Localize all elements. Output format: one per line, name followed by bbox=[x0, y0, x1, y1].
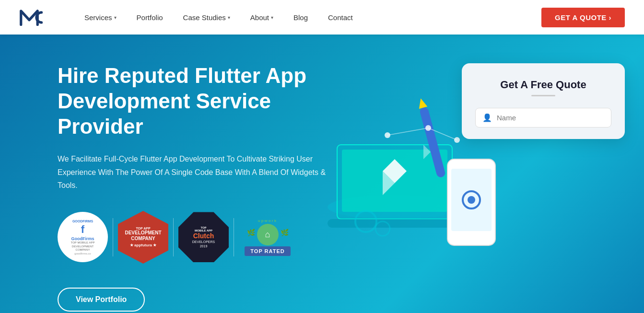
quote-card: Get A Free Quote 👤 bbox=[462, 63, 625, 139]
nav-item-case-studies[interactable]: Case Studies ▾ bbox=[176, 10, 238, 25]
name-input[interactable] bbox=[497, 114, 604, 122]
navbar: Services ▾ Portfolio Case Studies ▾ Abou… bbox=[0, 0, 644, 35]
nav-item-portfolio[interactable]: Portfolio bbox=[129, 10, 171, 25]
badge-upwork: 🌿 upwork ⌂ 🌿 TOP RATED bbox=[239, 211, 296, 264]
chevron-down-icon: ▾ bbox=[228, 15, 230, 20]
badges-row: GOODFIRMS f GoodFirms TOP MOBILE APPDEVE… bbox=[58, 211, 384, 264]
nav-item-about[interactable]: About ▾ bbox=[243, 10, 281, 25]
badge-divider bbox=[113, 218, 113, 256]
get-quote-button[interactable]: GET A QUOTE › bbox=[541, 8, 625, 27]
badge-divider-3 bbox=[234, 218, 234, 256]
quote-card-title: Get A Free Quote bbox=[475, 79, 611, 91]
chevron-down-icon: ▾ bbox=[114, 15, 117, 20]
chevron-down-icon: ▾ bbox=[271, 15, 273, 20]
nav-item-contact[interactable]: Contact bbox=[320, 10, 361, 25]
leaf-right-icon: 🌿 bbox=[281, 229, 289, 236]
nav-item-services[interactable]: Services ▾ bbox=[77, 10, 124, 25]
hero-title: Hire Reputed Flutter App Development Ser… bbox=[58, 63, 355, 139]
nav-links: Services ▾ Portfolio Case Studies ▾ Abou… bbox=[77, 10, 541, 25]
quote-card-divider bbox=[531, 95, 555, 96]
nav-item-blog[interactable]: Blog bbox=[286, 10, 316, 25]
logo[interactable] bbox=[19, 7, 48, 28]
badge-clutch-wrap: TOPMOBILE APP Clutch DEVELOPERS2019 bbox=[178, 212, 229, 262]
badge-clutch: TOPMOBILE APP Clutch DEVELOPERS2019 bbox=[178, 212, 229, 262]
badge-appfutura: TOP APP DEVELOPMENTCOMPANY ★ appfutura ★ bbox=[118, 211, 168, 264]
person-icon: 👤 bbox=[482, 113, 492, 122]
badge-goodfirms: GOODFIRMS f GoodFirms TOP MOBILE APPDEVE… bbox=[58, 212, 108, 262]
hero-subtitle: We Facilitate Full-Cycle Flutter App Dev… bbox=[58, 152, 336, 192]
upwork-top-rated-badge: TOP RATED bbox=[245, 246, 290, 256]
svg-marker-7 bbox=[417, 97, 428, 109]
badge-appfutura-wrap: TOP APP DEVELOPMENTCOMPANY ★ appfutura ★ bbox=[118, 211, 168, 264]
leaf-left-icon: 🌿 bbox=[247, 229, 255, 236]
name-input-wrap[interactable]: 👤 bbox=[475, 108, 611, 128]
view-portfolio-button[interactable]: View Portfolio bbox=[58, 288, 145, 312]
hero-content: Hire Reputed Flutter App Development Ser… bbox=[58, 63, 384, 312]
hero-section: Hire Reputed Flutter App Development Ser… bbox=[0, 35, 644, 313]
badge-divider-2 bbox=[173, 218, 174, 256]
svg-line-17 bbox=[387, 128, 428, 135]
svg-point-13 bbox=[468, 196, 475, 204]
